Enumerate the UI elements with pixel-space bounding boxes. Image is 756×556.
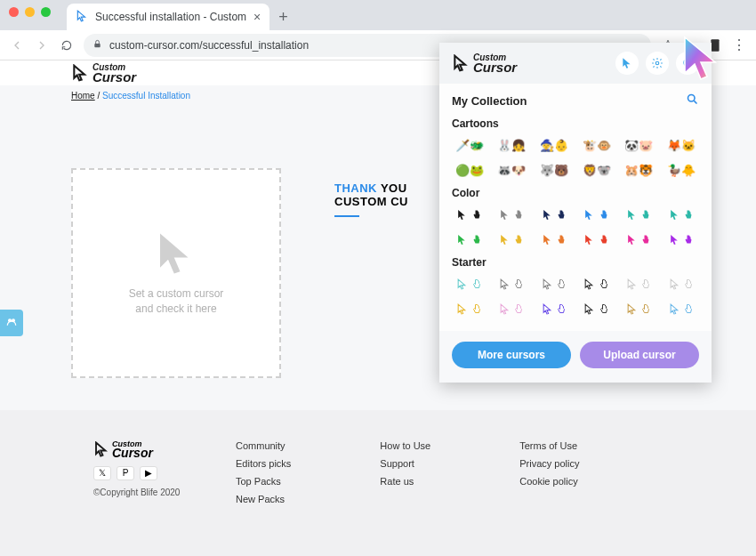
cursor-item[interactable]: 🦊🐱 bbox=[664, 135, 699, 155]
maximize-window[interactable] bbox=[41, 7, 51, 17]
footer-link[interactable]: Top Packs bbox=[236, 476, 291, 487]
footer-logo[interactable]: Custom Cursor bbox=[93, 440, 236, 459]
cursor-item[interactable] bbox=[452, 299, 487, 318]
footer-link[interactable]: Cookie policy bbox=[519, 476, 579, 487]
cursor-item-navy[interactable] bbox=[536, 205, 572, 224]
new-tab-button[interactable]: + bbox=[269, 4, 297, 30]
default-cursor-button[interactable] bbox=[615, 52, 639, 75]
more-cursors-button[interactable]: More cursors bbox=[452, 342, 571, 368]
cursor-item-grey[interactable] bbox=[495, 205, 530, 224]
starter-grid bbox=[452, 274, 699, 318]
cursor-item[interactable]: 🐮🐵 bbox=[579, 135, 615, 155]
tab-favicon-icon bbox=[76, 10, 88, 25]
cursor-item-orange[interactable] bbox=[536, 230, 572, 249]
cursor-item[interactable] bbox=[495, 299, 530, 318]
cursor-item[interactable]: 🦆🐥 bbox=[664, 160, 699, 180]
cursor-item[interactable]: 🐰👧 bbox=[495, 135, 530, 155]
cursor-item-green[interactable] bbox=[452, 230, 487, 249]
cursor-item[interactable] bbox=[452, 274, 487, 294]
cursor-item-teal[interactable] bbox=[622, 205, 657, 224]
settings-button[interactable] bbox=[646, 52, 669, 75]
cursor-item-purple[interactable] bbox=[664, 230, 699, 249]
cursor-item[interactable] bbox=[579, 299, 615, 318]
category-color: Color bbox=[452, 187, 699, 199]
footer-link[interactable]: Rate us bbox=[380, 476, 430, 487]
extension-popup: Custom Cursor My Collection Cartoons 🗡️🐲… bbox=[439, 43, 712, 383]
svg-point-5 bbox=[688, 95, 696, 102]
footer-link[interactable]: How to Use bbox=[380, 440, 430, 451]
tab-title: Successful installation - Custom bbox=[95, 11, 246, 23]
cursor-test-area[interactable]: Set a custom cursor and check it here bbox=[71, 168, 281, 378]
footer: Custom Cursor 𝕏 P ▶ ©Copyright Blife 202… bbox=[0, 410, 756, 556]
cursor-item[interactable]: 🦝🐶 bbox=[495, 160, 530, 180]
popup-logo: Custom Cursor bbox=[452, 53, 517, 74]
tab-close-icon[interactable]: × bbox=[253, 10, 261, 24]
pinterest-icon[interactable]: P bbox=[117, 466, 134, 480]
youtube-icon[interactable]: ▶ bbox=[140, 466, 157, 480]
social-links: 𝕏 P ▶ bbox=[93, 466, 236, 480]
svg-point-4 bbox=[655, 61, 659, 65]
cursor-item[interactable]: 🟢🐸 bbox=[452, 160, 487, 180]
thank-you-block: THANK YOU CUSTOM CU bbox=[334, 168, 408, 378]
cursor-item-blue[interactable] bbox=[579, 205, 615, 224]
tab-bar: Successful installation - Custom × + bbox=[0, 0, 756, 30]
upload-cursor-button[interactable]: Upload cursor bbox=[580, 342, 699, 368]
category-starter: Starter bbox=[452, 256, 699, 269]
float-side-button[interactable] bbox=[0, 310, 23, 336]
svg-rect-0 bbox=[94, 44, 100, 47]
cursor-item-teal[interactable] bbox=[664, 205, 699, 224]
power-button[interactable] bbox=[676, 52, 699, 75]
logo-bottom: Cursor bbox=[92, 71, 136, 84]
forward-button[interactable] bbox=[34, 37, 50, 53]
footer-col-1: Community Editors picks Top Packs New Pa… bbox=[236, 440, 291, 512]
cursor-item[interactable] bbox=[536, 274, 572, 294]
collection-title: My Collection bbox=[452, 94, 527, 108]
footer-link[interactable]: New Packs bbox=[236, 494, 291, 504]
cursor-item-red[interactable] bbox=[579, 230, 615, 249]
browser-menu-icon[interactable]: ⋮ bbox=[731, 37, 747, 53]
url-text: custom-cursor.com/successful_installatio… bbox=[109, 39, 309, 52]
minimize-window[interactable] bbox=[25, 7, 35, 17]
cursor-item[interactable] bbox=[536, 299, 572, 318]
reload-button[interactable] bbox=[59, 37, 75, 53]
close-window[interactable] bbox=[9, 7, 19, 17]
cursor-item-black[interactable] bbox=[452, 205, 487, 224]
browser-tab[interactable]: Successful installation - Custom × bbox=[67, 4, 269, 30]
footer-link[interactable]: Editors picks bbox=[236, 458, 291, 469]
cursor-item[interactable]: 🧙👶 bbox=[536, 135, 572, 155]
cursor-item[interactable] bbox=[495, 274, 530, 294]
cursor-item-yellow[interactable] bbox=[495, 230, 530, 249]
footer-link[interactable]: Terms of Use bbox=[519, 440, 579, 451]
site-logo[interactable]: Custom Cursor bbox=[71, 63, 136, 84]
footer-link[interactable]: Support bbox=[380, 458, 430, 469]
cartoons-grid: 🗡️🐲 🐰👧🧙👶🐮🐵🐼🐷🦊🐱🟢🐸🦝🐶🐺🐻🦁🐨🐹🐯🦆🐥 bbox=[452, 135, 699, 180]
cursor-item[interactable] bbox=[622, 274, 657, 294]
popup-header: Custom Cursor bbox=[439, 43, 712, 84]
footer-link[interactable]: Privacy policy bbox=[519, 458, 579, 469]
search-icon[interactable] bbox=[686, 93, 699, 109]
cursor-item[interactable] bbox=[622, 299, 657, 318]
cursor-item[interactable] bbox=[664, 299, 699, 318]
cursor-item[interactable]: 🦁🐨 bbox=[579, 160, 615, 180]
cursor-item[interactable] bbox=[579, 274, 615, 294]
cursor-placeholder-icon bbox=[152, 230, 200, 278]
test-area-text: Set a custom cursor and check it here bbox=[129, 286, 224, 317]
breadcrumb-current: Successful Installation bbox=[102, 91, 190, 101]
copyright: ©Copyright Blife 2020 bbox=[93, 488, 236, 497]
cursor-item[interactable]: 🐺🐻 bbox=[536, 160, 572, 180]
cursor-item-pink[interactable] bbox=[622, 230, 657, 249]
cursor-item[interactable] bbox=[664, 274, 699, 294]
footer-col-2: How to Use Support Rate us bbox=[380, 440, 430, 512]
footer-link[interactable]: Community bbox=[236, 440, 291, 451]
cursor-item[interactable]: 🗡️🐲 bbox=[452, 135, 487, 155]
category-cartoons: Cartoons bbox=[452, 117, 699, 130]
svg-rect-1 bbox=[711, 39, 719, 52]
cursor-item[interactable]: 🐼🐷 bbox=[622, 135, 657, 155]
color-grid bbox=[452, 205, 699, 249]
cursor-item[interactable]: 🐹🐯 bbox=[622, 160, 657, 180]
lock-icon bbox=[92, 39, 102, 52]
back-button[interactable] bbox=[9, 37, 25, 53]
breadcrumb-home[interactable]: Home bbox=[71, 91, 95, 101]
window-controls[interactable] bbox=[9, 7, 51, 17]
twitter-icon[interactable]: 𝕏 bbox=[93, 466, 111, 480]
